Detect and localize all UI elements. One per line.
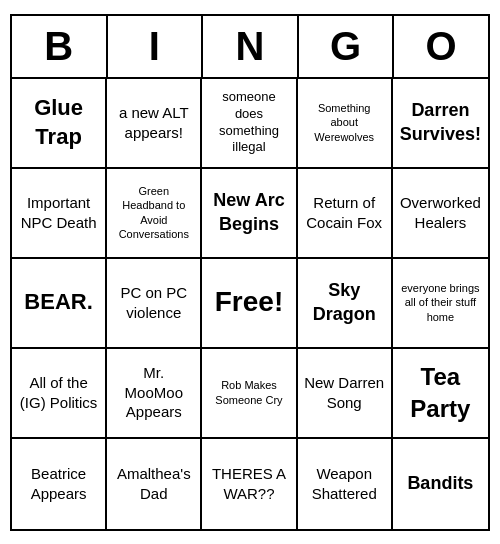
cell-text-2: someone does something illegal [208,89,289,157]
bingo-cell-14[interactable]: everyone brings all of their stuff home [393,259,488,349]
cell-text-14: everyone brings all of their stuff home [399,281,482,324]
bingo-cell-23[interactable]: Weapon Shattered [298,439,393,529]
bingo-header: B I N G O [12,16,488,79]
cell-text-20: Beatrice Appears [18,464,99,503]
bingo-cell-7[interactable]: New Arc Begins [202,169,297,259]
bingo-cell-1[interactable]: a new ALT appears! [107,79,202,169]
cell-text-1: a new ALT appears! [113,103,194,142]
bingo-cell-12[interactable]: Free! [202,259,297,349]
cell-text-21: Amalthea's Dad [113,464,194,503]
header-b: B [12,16,108,77]
bingo-cell-20[interactable]: Beatrice Appears [12,439,107,529]
bingo-cell-10[interactable]: BEAR. [12,259,107,349]
bingo-cell-21[interactable]: Amalthea's Dad [107,439,202,529]
cell-text-10: BEAR. [24,288,92,317]
header-i: I [108,16,204,77]
cell-text-18: New Darren Song [304,373,385,412]
bingo-cell-5[interactable]: Important NPC Death [12,169,107,259]
cell-text-19: Tea Party [399,361,482,423]
cell-text-5: Important NPC Death [18,193,99,232]
cell-text-11: PC on PC violence [113,283,194,322]
header-n: N [203,16,299,77]
bingo-cell-19[interactable]: Tea Party [393,349,488,439]
bingo-cell-0[interactable]: Glue Trap [12,79,107,169]
cell-text-7: New Arc Begins [208,189,289,236]
cell-text-15: All of the (IG) Politics [18,373,99,412]
bingo-cell-8[interactable]: Return of Cocain Fox [298,169,393,259]
bingo-cell-9[interactable]: Overworked Healers [393,169,488,259]
header-g: G [299,16,395,77]
cell-text-22: THERES A WAR?? [208,464,289,503]
bingo-cell-16[interactable]: Mr. MooMoo Appears [107,349,202,439]
bingo-cell-22[interactable]: THERES A WAR?? [202,439,297,529]
cell-text-4: Darren Survives! [399,99,482,146]
bingo-cell-24[interactable]: Bandits [393,439,488,529]
bingo-cell-4[interactable]: Darren Survives! [393,79,488,169]
bingo-cell-2[interactable]: someone does something illegal [202,79,297,169]
cell-text-12: Free! [215,284,283,320]
cell-text-17: Rob Makes Someone Cry [208,378,289,407]
bingo-cell-15[interactable]: All of the (IG) Politics [12,349,107,439]
bingo-grid: Glue Trapa new ALT appears!someone does … [12,79,488,529]
header-o: O [394,16,488,77]
cell-text-3: Something about Werewolves [304,101,385,144]
bingo-cell-13[interactable]: Sky Dragon [298,259,393,349]
cell-text-16: Mr. MooMoo Appears [113,363,194,422]
bingo-card: B I N G O Glue Trapa new ALT appears!som… [10,14,490,531]
bingo-cell-18[interactable]: New Darren Song [298,349,393,439]
cell-text-24: Bandits [407,472,473,495]
cell-text-8: Return of Cocain Fox [304,193,385,232]
bingo-cell-3[interactable]: Something about Werewolves [298,79,393,169]
bingo-cell-17[interactable]: Rob Makes Someone Cry [202,349,297,439]
bingo-cell-11[interactable]: PC on PC violence [107,259,202,349]
cell-text-23: Weapon Shattered [304,464,385,503]
cell-text-9: Overworked Healers [399,193,482,232]
cell-text-6: Green Headband to Avoid Conversations [113,184,194,241]
cell-text-13: Sky Dragon [304,279,385,326]
bingo-cell-6[interactable]: Green Headband to Avoid Conversations [107,169,202,259]
cell-text-0: Glue Trap [18,94,99,151]
